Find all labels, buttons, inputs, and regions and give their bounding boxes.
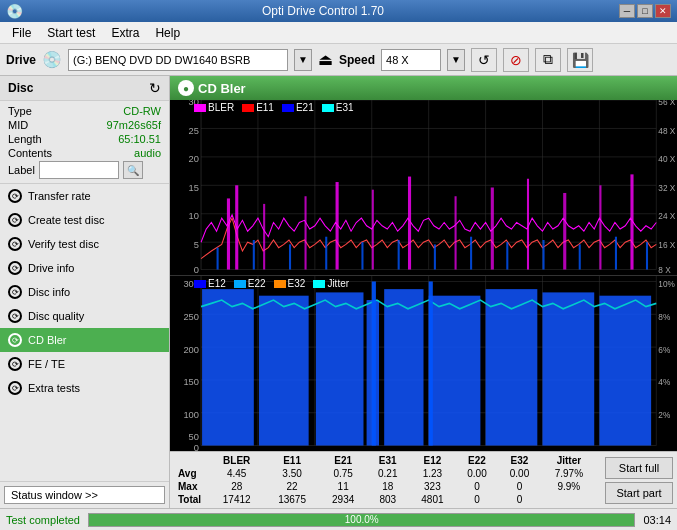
legend-bler-label: BLER [208, 102, 234, 113]
eject-icon[interactable]: ⏏ [318, 50, 333, 69]
nav-extra-tests[interactable]: ⟳ Extra tests [0, 376, 169, 400]
legend-e22-label: E22 [248, 278, 266, 289]
speed-dropdown-arrow[interactable]: ▼ [447, 49, 465, 71]
legend-e22-color [234, 280, 246, 288]
svg-rect-105 [384, 289, 423, 445]
svg-rect-61 [542, 240, 544, 270]
maximize-button[interactable]: □ [637, 4, 653, 18]
svg-rect-40 [235, 185, 238, 269]
svg-text:20: 20 [189, 153, 199, 164]
action-buttons-container: Start full Start part [601, 452, 677, 508]
svg-text:15: 15 [189, 182, 199, 193]
status-window-button[interactable]: Status window >> [4, 486, 165, 504]
start-full-button[interactable]: Start full [605, 457, 673, 479]
minimize-button[interactable]: ─ [619, 4, 635, 18]
type-value: CD-RW [123, 105, 161, 117]
length-value: 65:10.51 [118, 133, 161, 145]
svg-text:0: 0 [194, 264, 199, 275]
row-total-e11: 13675 [264, 493, 319, 506]
svg-rect-60 [506, 242, 508, 269]
nav-label-disc-info: Disc info [28, 286, 70, 298]
disc-contents-row: Contents audio [8, 147, 161, 159]
menu-start-test[interactable]: Start test [39, 24, 103, 42]
row-total-label: Total [174, 493, 209, 506]
row-total-e22: 0 [456, 493, 498, 506]
label-search-button[interactable]: 🔍 [123, 161, 143, 179]
nav-cd-bler[interactable]: ⟳ CD Bler [0, 328, 169, 352]
legend-jitter-color [313, 280, 325, 288]
svg-rect-59 [470, 237, 472, 270]
row-avg-e11: 3.50 [264, 467, 319, 480]
drive-icon: 💿 [42, 50, 62, 69]
nav-icon-verify-test-disc: ⟳ [8, 237, 22, 251]
svg-rect-44 [372, 190, 374, 270]
nav-label-disc-quality: Disc quality [28, 310, 84, 322]
disc-mid-row: MID 97m26s65f [8, 119, 161, 131]
nav-drive-info[interactable]: ⟳ Drive info [0, 256, 169, 280]
legend-e32: E32 [274, 278, 306, 289]
svg-rect-108 [542, 292, 594, 445]
nav-verify-test-disc[interactable]: ⟳ Verify test disc [0, 232, 169, 256]
svg-text:50: 50 [189, 431, 199, 442]
nav-icon-fe-te: ⟳ [8, 357, 22, 371]
nav-disc-quality[interactable]: ⟳ Disc quality [0, 304, 169, 328]
svg-text:4%: 4% [658, 377, 670, 387]
disc-label-row: Label 🔍 [8, 161, 161, 179]
svg-rect-41 [263, 204, 265, 270]
menu-file[interactable]: File [4, 24, 39, 42]
copy-button[interactable]: ⧉ [535, 48, 561, 72]
top-chart-area: BLER E11 E21 E31 [170, 100, 677, 276]
close-button[interactable]: ✕ [655, 4, 671, 18]
nav-label-extra-tests: Extra tests [28, 382, 80, 394]
svg-text:40 X: 40 X [658, 154, 675, 164]
nav-fe-te[interactable]: ⟳ FE / TE [0, 352, 169, 376]
nav-label-verify-test-disc: Verify test disc [28, 238, 99, 250]
menu-help[interactable]: Help [147, 24, 188, 42]
top-chart-svg: 30 25 20 15 10 5 0 56 X 48 X 40 X 32 X 2… [170, 100, 677, 275]
drive-select[interactable]: (G:) BENQ DVD DD DW1640 BSRB [68, 49, 288, 71]
charts-container: BLER E11 E21 E31 [170, 100, 677, 451]
disc-info-section: Type CD-RW MID 97m26s65f Length 65:10.51… [0, 101, 169, 184]
nav-create-test-disc[interactable]: ⟳ Create test disc [0, 208, 169, 232]
contents-value: audio [134, 147, 161, 159]
progress-bar-container: 100.0% [88, 513, 635, 527]
menu-extra[interactable]: Extra [103, 24, 147, 42]
start-part-button[interactable]: Start part [605, 482, 673, 504]
svg-rect-50 [599, 185, 601, 269]
legend-bler: BLER [194, 102, 234, 113]
erase-button[interactable]: ⊘ [503, 48, 529, 72]
col-header-empty [174, 454, 209, 467]
col-header-e31: E31 [367, 454, 409, 467]
title-bar: 💿 Opti Drive Control 1.70 ─ □ ✕ [0, 0, 677, 22]
row-total-e32: 0 [498, 493, 540, 506]
contents-label: Contents [8, 147, 52, 159]
save-button[interactable]: 💾 [567, 48, 593, 72]
speed-select[interactable]: 48 X [381, 49, 441, 71]
col-header-e11: E11 [264, 454, 319, 467]
svg-text:0: 0 [194, 442, 199, 451]
refresh-button[interactable]: ↺ [471, 48, 497, 72]
svg-text:32 X: 32 X [658, 183, 675, 193]
progress-bar: 100.0% [89, 514, 634, 526]
mid-value: 97m26s65f [107, 119, 161, 131]
nav-icon-drive-info: ⟳ [8, 261, 22, 275]
drive-label: Drive [6, 53, 36, 67]
drive-dropdown-arrow[interactable]: ▼ [294, 49, 312, 71]
svg-rect-39 [227, 198, 230, 269]
svg-rect-55 [325, 237, 327, 270]
disc-type-row: Type CD-RW [8, 105, 161, 117]
svg-rect-53 [253, 240, 255, 270]
svg-rect-110 [372, 281, 376, 445]
svg-rect-64 [646, 242, 648, 269]
row-avg-e32: 0.00 [498, 467, 540, 480]
svg-rect-42 [305, 196, 307, 269]
legend-e32-color [274, 280, 286, 288]
row-max-label: Max [174, 480, 209, 493]
nav-disc-info[interactable]: ⟳ Disc info [0, 280, 169, 304]
nav-transfer-rate[interactable]: ⟳ Transfer rate [0, 184, 169, 208]
disc-refresh-icon[interactable]: ↻ [149, 80, 161, 96]
chart-title: CD Bler [198, 81, 246, 96]
row-avg-e22: 0.00 [456, 467, 498, 480]
svg-rect-56 [361, 242, 363, 269]
label-input[interactable] [39, 161, 119, 179]
